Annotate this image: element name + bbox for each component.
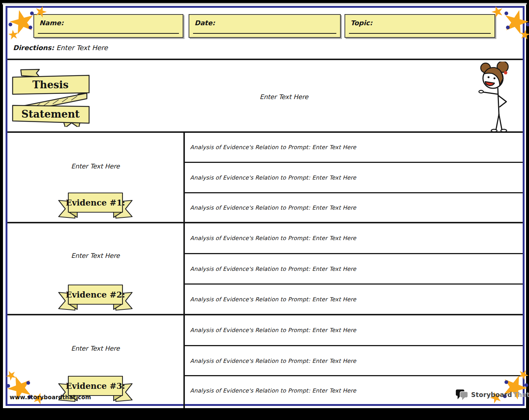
date-label: Date: [195, 19, 215, 27]
name-underline [38, 33, 179, 34]
evidence-2-banner: Evidence #2: [56, 283, 134, 312]
cell-border [185, 253, 523, 254]
date-underline [193, 33, 336, 34]
directions-label: Directions: [13, 44, 54, 52]
logo-word-storyboard: Storyboard [471, 391, 512, 398]
evidence-2-placeholder[interactable]: Enter Text Here [7, 252, 183, 259]
analysis-cell-2-3[interactable]: Analysis of Evidence's Relation to Promp… [185, 285, 523, 314]
stars-cluster-icon [6, 5, 48, 39]
worksheet-page: Name: Date: Topic: Directions: Enter Tex… [0, 0, 529, 420]
cell-border [185, 283, 523, 285]
topic-underline [349, 33, 491, 34]
directions-line[interactable]: Directions: Enter Text Here [13, 44, 108, 52]
analysis-cell-1-1[interactable]: Analysis of Evidence's Relation to Promp… [185, 133, 523, 162]
analysis-cell-1-2[interactable]: Analysis of Evidence's Relation to Promp… [185, 163, 523, 192]
thesis-ribbon-text-top: Thesis [32, 79, 69, 91]
directions-text: Enter Text Here [56, 44, 108, 52]
cell-border [185, 345, 523, 346]
evidence-3-placeholder[interactable]: Enter Text Here [7, 345, 183, 352]
cell-border [185, 162, 523, 163]
topic-label: Topic: [350, 19, 372, 27]
thesis-ribbon-text-bottom: Statement [22, 108, 80, 120]
date-field[interactable]: Date: [189, 14, 341, 38]
analysis-cell-3-2[interactable]: Analysis of Evidence's Relation to Promp… [185, 347, 523, 375]
header-divider [7, 59, 523, 60]
cell-border [185, 375, 523, 376]
evidence-1-banner: Evidence #1: [56, 191, 134, 220]
analysis-cell-2-1[interactable]: Analysis of Evidence's Relation to Promp… [185, 223, 523, 253]
evidence-1-banner-label: Evidence #1: [66, 198, 125, 207]
speech-bubbles-icon [455, 388, 469, 401]
evidence-1-placeholder[interactable]: Enter Text Here [7, 163, 183, 170]
logo-word-that: That [513, 391, 529, 398]
topic-field[interactable]: Topic: [344, 14, 495, 38]
stars-cluster-icon [491, 5, 529, 39]
analysis-cell-1-3[interactable]: Analysis of Evidence's Relation to Promp… [185, 194, 523, 222]
thesis-statement-placeholder[interactable]: Enter Text Here [119, 93, 449, 101]
evidence-3-banner-label: Evidence #3: [66, 381, 125, 391]
thesis-ribbon-banner-icon: Thesis Statement [8, 65, 94, 127]
analysis-cell-3-1[interactable]: Analysis of Evidence's Relation to Promp… [185, 315, 523, 345]
stick-figure-girl-icon [477, 62, 519, 132]
analysis-cell-2-2[interactable]: Analysis of Evidence's Relation to Promp… [185, 255, 523, 283]
name-field[interactable]: Name: [33, 14, 183, 38]
evidence-2-banner-label: Evidence #2: [66, 290, 125, 299]
cell-border [185, 192, 523, 193]
storyboardthat-logo: StoryboardThat [455, 388, 529, 401]
website-label: www.storyboardthat.com [10, 394, 91, 401]
table-border [183, 131, 185, 408]
